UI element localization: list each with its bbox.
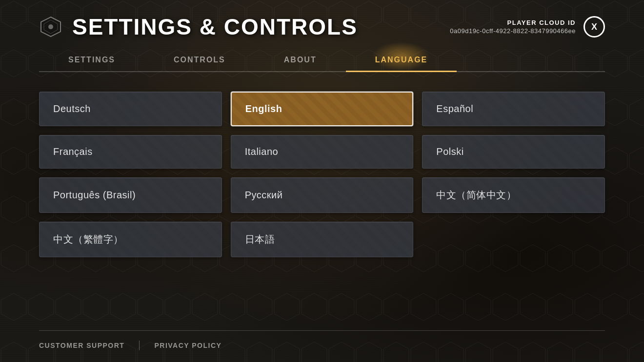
header-left: SETTINGS & CONTROLS <box>39 14 358 40</box>
tab-settings[interactable]: SETTINGS <box>39 49 144 71</box>
tab-controls[interactable]: CONTROLS <box>144 49 255 71</box>
logo-icon <box>39 15 62 38</box>
close-button[interactable]: X <box>584 16 605 38</box>
footer: CUSTOMER SUPPORT PRIVACY POLICY <box>39 330 605 362</box>
cloud-id-value: 0a09d19c-0cff-4922-8822-8347990466ee <box>450 27 576 35</box>
language-grid: Deutsch English Español Français Italian… <box>39 92 605 330</box>
lang-chinese-simplified[interactable]: 中文（简体中文） <box>422 177 605 213</box>
lang-polski[interactable]: Polski <box>422 135 605 169</box>
lang-portugues[interactable]: Português (Brasil) <box>39 177 222 213</box>
lang-chinese-traditional[interactable]: 中文（繁體字） <box>39 222 222 257</box>
lang-english[interactable]: English <box>231 92 414 126</box>
tab-about[interactable]: ABOUT <box>255 49 346 71</box>
tab-language[interactable]: LANGUAGE <box>346 49 457 71</box>
page-title: SETTINGS & CONTROLS <box>72 14 358 40</box>
lang-italiano[interactable]: Italiano <box>231 135 414 169</box>
customer-support-link[interactable]: CUSTOMER SUPPORT <box>39 342 139 349</box>
lang-francais[interactable]: Français <box>39 135 222 169</box>
footer-divider <box>139 341 140 350</box>
cloud-id-section: PLAYER CLOUD ID 0a09d19c-0cff-4922-8822-… <box>450 19 576 35</box>
lang-japanese[interactable]: 日本語 <box>231 222 414 257</box>
privacy-policy-link[interactable]: PRIVACY POLICY <box>154 342 236 349</box>
lang-deutsch[interactable]: Deutsch <box>39 92 222 126</box>
header: SETTINGS & CONTROLS PLAYER CLOUD ID 0a09… <box>39 0 605 49</box>
tab-bar: SETTINGS CONTROLS ABOUT LANGUAGE <box>39 49 605 72</box>
svg-point-2 <box>48 24 53 29</box>
cloud-id-label: PLAYER CLOUD ID <box>450 19 576 26</box>
lang-espanol[interactable]: Español <box>422 92 605 126</box>
lang-russian[interactable]: Русский <box>231 177 414 213</box>
header-right: PLAYER CLOUD ID 0a09d19c-0cff-4922-8822-… <box>450 16 605 38</box>
